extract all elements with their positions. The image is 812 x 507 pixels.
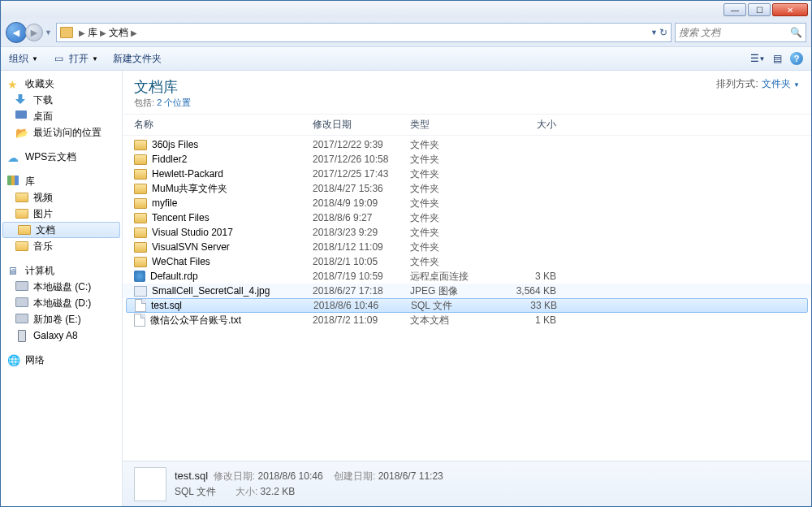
drive-icon [15, 297, 28, 309]
file-name-text: Default.rdp [150, 271, 198, 282]
column-size[interactable]: 大小 [491, 118, 556, 132]
forward-button[interactable]: ► [25, 24, 43, 41]
address-bar[interactable]: ▶ 库 ▶ 文档 ▶ ▼ ↻ [56, 23, 672, 42]
library-locations-link[interactable]: 2 个位置 [157, 98, 191, 107]
sidebar-item-wps[interactable]: ☁WPS云文档 [1, 149, 122, 165]
sidebar-item-documents[interactable]: 文档 [2, 222, 120, 238]
file-name-text: Tencent Files [152, 212, 209, 223]
navigation-pane: ★收藏夹 下载 桌面 📂最近访问的位置 ☁WPS云文档 库 视频 图片 文档 音… [1, 71, 123, 506]
sidebar-item-desktop[interactable]: 桌面 [1, 108, 122, 124]
breadcrumb-sep-icon: ▶ [79, 28, 85, 37]
file-date: 2018/1/12 11:09 [313, 241, 410, 253]
file-row[interactable]: Tencent Files2018/8/6 9:27文件夹 [123, 210, 811, 225]
column-date[interactable]: 修改日期 [313, 118, 410, 132]
minimize-button[interactable]: — [723, 3, 746, 16]
folder-icon [134, 257, 147, 267]
preview-pane-icon[interactable]: ▤ [771, 52, 784, 65]
details-type: SQL 文件 [175, 485, 216, 499]
column-type[interactable]: 类型 [410, 118, 491, 132]
arrange-dropdown[interactable]: 文件夹 ▼ [762, 77, 800, 91]
file-name-text: VisualSVN Server [152, 241, 230, 253]
view-mode-icon[interactable]: ☰ ▼ [751, 52, 764, 65]
details-size-value: 32.2 KB [261, 486, 296, 497]
open-button[interactable]: ▭打开▼ [53, 52, 98, 66]
file-icon [135, 299, 146, 312]
search-placeholder: 搜索 文档 [679, 26, 720, 40]
file-row[interactable]: VisualSVN Server2018/1/12 11:09文件夹 [123, 240, 811, 254]
file-row[interactable]: myfile2018/4/9 19:09文件夹 [123, 196, 811, 210]
breadcrumb-current[interactable]: 文档 [109, 26, 128, 40]
file-date: 2018/7/19 10:59 [313, 271, 410, 282]
sidebar-item-drive-c[interactable]: 本地磁盘 (C:) [1, 279, 122, 295]
content-pane: 文档库 包括: 2 个位置 排列方式: 文件夹 ▼ 名称 修改日期 类型 大小 … [123, 71, 811, 506]
sidebar-item-music[interactable]: 音乐 [1, 238, 122, 254]
file-date: 2018/6/27 17:18 [313, 285, 410, 297]
history-dropdown-icon[interactable]: ▼ [45, 28, 53, 37]
details-size-label: 大小: [235, 486, 257, 497]
nav-bar: ◄ ► ▼ ▶ 库 ▶ 文档 ▶ ▼ ↻ 搜索 文档 🔍 [1, 19, 811, 46]
file-name-text: 360js Files [152, 139, 198, 150]
details-created-label: 创建日期: [334, 470, 375, 482]
file-type: 文件夹 [410, 153, 491, 167]
file-name-text: Hewlett-Packard [152, 168, 223, 180]
sidebar-item-downloads[interactable]: 下载 [1, 92, 122, 108]
file-name-text: MuMu共享文件夹 [152, 182, 227, 196]
file-date: 2017/12/25 17:43 [313, 168, 410, 180]
file-date: 2018/8/6 10:46 [313, 300, 411, 311]
file-name-text: SmallCell_SecretCall_4.jpg [152, 285, 270, 297]
includes-label: 包括: [134, 98, 154, 107]
command-bar: 组织▼ ▭打开▼ 新建文件夹 ☰ ▼ ▤ ? [1, 46, 811, 71]
sidebar-computer-header[interactable]: 🖥计算机 [1, 262, 122, 279]
breadcrumb-root[interactable]: 库 [88, 26, 97, 40]
file-row[interactable]: test.sql2018/8/6 10:46SQL 文件33 KB [126, 298, 808, 313]
file-row[interactable]: Default.rdp2018/7/19 10:59远程桌面连接3 KB [123, 269, 811, 284]
file-row[interactable]: 微信公众平台账号.txt2018/7/2 11:09文本文档1 KB [123, 313, 811, 327]
sidebar-item-galaxy[interactable]: Galaxy A8 [1, 327, 122, 344]
file-size: 1 KB [491, 314, 556, 326]
file-name-text: WeChat Files [152, 256, 210, 267]
file-row[interactable]: SmallCell_SecretCall_4.jpg2018/6/27 17:1… [123, 284, 811, 298]
file-date: 2017/12/22 9:39 [313, 139, 410, 150]
sidebar-network-header[interactable]: 🌐网络 [1, 352, 122, 368]
library-icon [60, 27, 73, 38]
file-name-text: Visual Studio 2017 [152, 227, 233, 238]
folder-icon [134, 198, 147, 209]
maximize-button[interactable]: ☐ [748, 3, 771, 16]
drive-icon [15, 281, 28, 292]
new-folder-button[interactable]: 新建文件夹 [113, 52, 162, 66]
folder-icon [15, 241, 28, 251]
file-row[interactable]: 360js Files2017/12/22 9:39文件夹 [123, 137, 811, 152]
back-button[interactable]: ◄ [6, 22, 27, 43]
computer-icon: 🖥 [7, 265, 20, 276]
sidebar-libraries-header[interactable]: 库 [1, 173, 122, 189]
file-row[interactable]: WeChat Files2018/2/1 10:05文件夹 [123, 254, 811, 269]
folder-icon [134, 140, 147, 150]
file-row[interactable]: Fiddler22017/12/26 10:58文件夹 [123, 152, 811, 167]
file-row[interactable]: Visual Studio 20172018/3/23 9:29文件夹 [123, 225, 811, 240]
file-row[interactable]: MuMu共享文件夹2018/4/27 15:36文件夹 [123, 181, 811, 196]
file-thumbnail [134, 467, 166, 501]
sidebar-item-drive-e[interactable]: 新加卷 (E:) [1, 311, 122, 327]
refresh-icon[interactable]: ↻ [659, 27, 667, 38]
column-name[interactable]: 名称 [134, 118, 313, 132]
address-dropdown-icon[interactable]: ▼ [650, 28, 658, 37]
file-size: 33 KB [492, 300, 557, 311]
search-input[interactable]: 搜索 文档 🔍 [675, 23, 806, 42]
sidebar-item-pictures[interactable]: 图片 [1, 206, 122, 222]
close-button[interactable]: ✕ [772, 3, 808, 16]
file-type: SQL 文件 [411, 299, 492, 313]
help-icon[interactable]: ? [790, 52, 803, 65]
search-icon[interactable]: 🔍 [790, 27, 802, 38]
file-row[interactable]: Hewlett-Packard2017/12/25 17:43文件夹 [123, 167, 811, 181]
organize-button[interactable]: 组织▼ [9, 52, 38, 66]
folder-icon [15, 209, 28, 219]
sidebar-item-videos[interactable]: 视频 [1, 189, 122, 206]
file-size: 3,564 KB [491, 285, 556, 297]
file-list: 360js Files2017/12/22 9:39文件夹Fiddler2201… [123, 136, 811, 461]
file-type: 文件夹 [410, 182, 491, 196]
sidebar-item-recent[interactable]: 📂最近访问的位置 [1, 124, 122, 141]
sidebar-item-drive-d[interactable]: 本地磁盘 (D:) [1, 295, 122, 311]
folder-icon [134, 169, 147, 180]
folder-icon [15, 193, 28, 202]
sidebar-favorites-header[interactable]: ★收藏夹 [1, 76, 122, 92]
